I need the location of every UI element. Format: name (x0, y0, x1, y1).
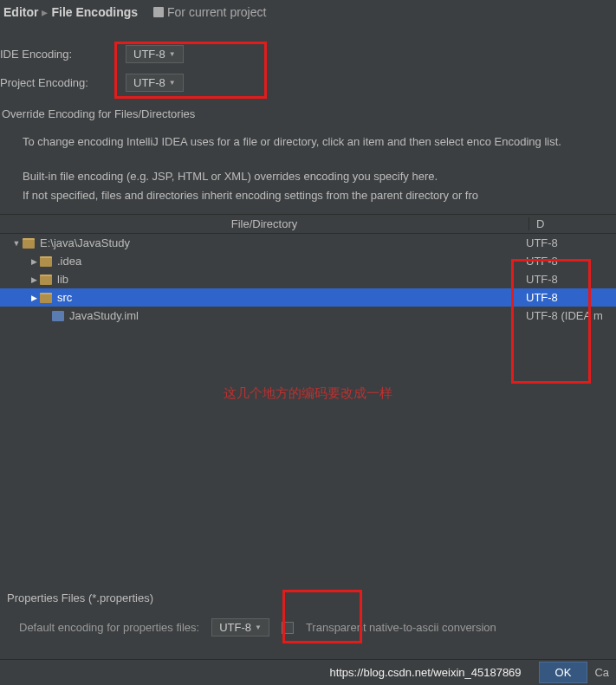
annotation-text: 这几个地方的编码要改成一样 (0, 325, 616, 402)
tree-rows: ▼E:\java\JavaStudyUTF-8▶.ideaUTF-8▶libUT… (0, 234, 616, 325)
file-icon (52, 311, 64, 321)
tree-item-encoding[interactable]: UTF-8 (519, 236, 616, 249)
column-default-encoding[interactable]: D (529, 217, 616, 230)
transparent-conversion-label: Transparent native-to-ascii conversion (306, 621, 496, 634)
folder-icon (40, 256, 52, 267)
cancel-button[interactable]: Ca (587, 662, 616, 682)
ok-button[interactable]: OK (539, 662, 588, 683)
properties-encoding-label: Default encoding for properties files: (19, 621, 199, 634)
folder-icon (40, 293, 52, 303)
folder-icon (23, 238, 35, 249)
help-paragraph-1: To change encoding IntelliJ IDEA uses fo… (23, 132, 613, 152)
project-encoding-value: UTF-8 (133, 76, 165, 89)
tree-item-label: .idea (57, 255, 81, 268)
encoding-table: File/Directory D ▼E:\java\JavaStudyUTF-8… (0, 214, 616, 325)
tree-item-encoding[interactable]: UTF-8 (IDEA m (519, 309, 616, 322)
table-row[interactable]: ▶libUTF-8 (0, 270, 616, 288)
table-row[interactable]: ▶.ideaUTF-8 (0, 252, 616, 270)
properties-encoding-value: UTF-8 (219, 621, 251, 634)
chevron-down-icon: ▼ (169, 50, 176, 58)
breadcrumb: Editor ▸ File Encodings For current proj… (0, 0, 616, 24)
folder-icon (40, 275, 52, 285)
chevron-down-icon: ▼ (169, 79, 176, 87)
breadcrumb-editor[interactable]: Editor (3, 5, 38, 19)
tree-item-label: lib (57, 273, 68, 286)
for-current-project-label: For current project (167, 5, 266, 19)
expand-arrow-right-icon[interactable]: ▶ (29, 257, 38, 266)
project-icon (153, 7, 164, 17)
ide-encoding-label: IDE Encoding: (0, 48, 126, 61)
project-encoding-label: Project Encoding: (0, 76, 126, 89)
tree-item-label: E:\java\JavaStudy (40, 236, 130, 249)
ide-encoding-dropdown[interactable]: UTF-8 ▼ (126, 45, 184, 63)
tree-item-encoding[interactable]: UTF-8 (519, 273, 616, 286)
tree-item-label: JavaStudy.iml (69, 309, 139, 322)
footer: https://blog.csdn.net/weixin_45187869 OK… (0, 659, 616, 685)
table-header: File/Directory D (0, 215, 616, 234)
expand-arrow-down-icon[interactable]: ▼ (12, 239, 21, 248)
chevron-right-icon: ▸ (42, 5, 48, 19)
breadcrumb-file-encodings: File Encodings (51, 5, 138, 19)
watermark-text: https://blog.csdn.net/weixin_45187869 (329, 666, 521, 679)
expand-arrow-right-icon[interactable]: ▶ (29, 275, 38, 284)
expand-arrow-right-icon[interactable]: ▶ (29, 294, 38, 302)
tree-item-encoding[interactable]: UTF-8 (519, 255, 616, 268)
tree-item-label: src (57, 291, 72, 304)
ide-encoding-value: UTF-8 (133, 48, 165, 61)
chevron-down-icon: ▼ (255, 624, 262, 631)
column-file-directory[interactable]: File/Directory (0, 217, 529, 230)
help-paragraph-2a: Built-in file encoding (e.g. JSP, HTML o… (23, 167, 613, 186)
transparent-conversion-checkbox[interactable] (282, 622, 294, 634)
table-row[interactable]: JavaStudy.imlUTF-8 (IDEA m (0, 307, 616, 325)
override-section-title: Override Encoding for Files/Directories (0, 97, 616, 126)
help-text: To change encoding IntelliJ IDEA uses fo… (0, 126, 616, 212)
table-row[interactable]: ▼E:\java\JavaStudyUTF-8 (0, 234, 616, 252)
properties-section-title: Properties Files (*.properties) (7, 591, 609, 618)
help-paragraph-2b: If not specified, files and directories … (23, 186, 613, 205)
tree-item-encoding[interactable]: UTF-8 (519, 291, 616, 304)
properties-encoding-dropdown[interactable]: UTF-8 ▼ (211, 618, 269, 637)
project-encoding-dropdown[interactable]: UTF-8 ▼ (126, 74, 184, 92)
table-row[interactable]: ▶srcUTF-8 (0, 288, 616, 307)
